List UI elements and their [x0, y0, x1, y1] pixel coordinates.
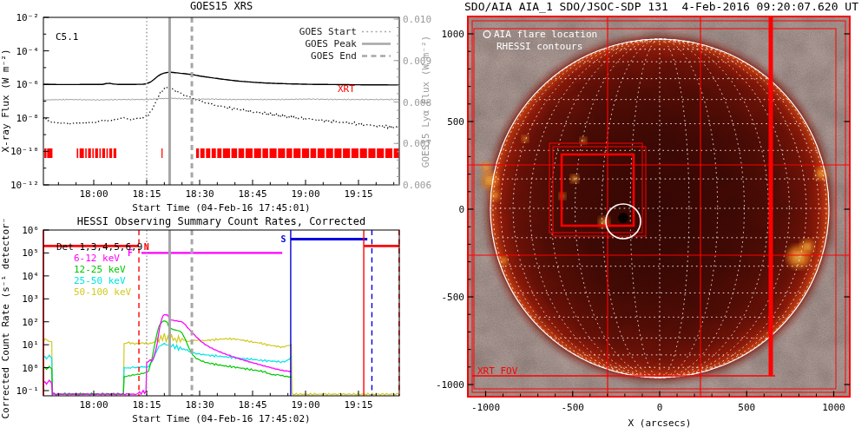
xrt-flag-barcode	[88, 148, 90, 158]
sun-image-art	[468, 16, 850, 397]
sun-x-tick-label: -1000	[471, 402, 500, 413]
xrt-flag-barcode	[343, 148, 350, 158]
xrt-flag-barcode	[76, 148, 78, 158]
goes-flare-class-label: C5.1	[56, 31, 79, 43]
xrt-flag-barcode	[385, 148, 392, 158]
y-tick-label: 10⁻⁸	[16, 113, 40, 124]
xrt-flag-barcode	[302, 148, 309, 158]
hessi-title: HESSI Observing Summary Count Rates, Cor…	[77, 217, 365, 227]
xrt-flag-barcode	[262, 148, 268, 158]
sun-legend-flare-location: AIA flare location	[494, 29, 597, 40]
sun-y-tick-label: 1000	[442, 29, 465, 40]
hessi-legend-detectors: Det 1,3,4,5,6,9	[56, 241, 142, 253]
sun-x-tick-label: -500	[562, 402, 585, 413]
xrt-flag-barcode	[95, 148, 98, 158]
hessi-series-25-50-kev	[43, 344, 291, 396]
goes-xaxis-label: Start Time (04-Feb-16 17:45:01)	[132, 202, 310, 214]
xrt-flag-barcode	[352, 148, 358, 158]
y-tick-label: 10⁰	[22, 363, 39, 374]
xrt-flag-barcode	[278, 148, 285, 158]
flare-dark-core	[618, 213, 628, 223]
xrt-flag-barcode	[293, 148, 300, 158]
xrt-flag-barcode	[161, 148, 162, 158]
xrt-flag-barcode	[254, 148, 261, 158]
xrt-flag-barcode	[246, 148, 253, 158]
xrt-flag-barcode	[270, 148, 277, 158]
hessi-xaxis-label: Start Time (04-Feb-16 17:45:02)	[132, 413, 310, 424]
hessi-legend-6-12-kev: 6-12 keV	[74, 253, 120, 264]
y-tick-label: 10⁻⁶	[16, 79, 40, 90]
hessi-marker-n: N	[144, 242, 149, 252]
y-tick-label: 10⁻¹²	[10, 180, 39, 191]
y-tick-label: 10¹	[22, 339, 39, 351]
y-tick-label: 10⁻¹⁰	[10, 146, 39, 157]
y-tick-label: 10²	[22, 317, 39, 328]
x-tick-label: 18:30	[185, 399, 214, 411]
xrt-flag-barcode	[326, 148, 333, 158]
y-tick-label: 10⁶	[22, 225, 39, 236]
sun-y-tick-label: -1000	[436, 379, 464, 391]
sun-x-tick-label: 500	[738, 402, 755, 413]
xrt-flag-barcode	[232, 148, 238, 158]
x-tick-label: 19:00	[291, 399, 319, 411]
goes-y2axis-label: GOES15 Lyα Flux (W m⁻²)	[420, 36, 431, 168]
y-tick-label: 10⁴	[22, 271, 39, 282]
hessi-plot-dynamic: 18:0018:1518:3018:4519:0019:1510⁶10⁵10⁴1…	[16, 225, 400, 411]
xrt-flag-barcode	[47, 148, 52, 158]
sun-x-tick-label: 1000	[822, 402, 845, 413]
xrt-flag-barcode	[286, 148, 293, 158]
y-tick-label: 10⁻⁴	[16, 46, 40, 57]
x-tick-label: 18:00	[79, 399, 108, 411]
xrt-flag-barcode	[318, 148, 325, 158]
sdo-aia-image-panel: -1000-5000500100010005000-500-1000 SDO/A…	[434, 0, 868, 434]
xrt-flag-barcode	[201, 148, 205, 158]
xrt-flag-barcode	[92, 148, 94, 158]
y-tick-label: 10³	[22, 293, 39, 305]
x-tick-label: 19:00	[291, 188, 319, 200]
hessi-series-12-25-kev	[43, 321, 291, 396]
xrt-flag-barcode	[334, 148, 341, 158]
xrt-flag-barcode	[223, 148, 230, 158]
xrt-flag-barcode	[217, 148, 221, 158]
xrt-flag-barcode	[114, 148, 116, 158]
sun-xaxis-label: X (arcsecs)	[628, 418, 692, 429]
y-tick-label: 10⁻¹	[16, 385, 40, 397]
x-tick-label: 18:45	[238, 399, 266, 411]
hessi-marker-s: S	[281, 234, 286, 244]
xrt-flag-barcode	[102, 148, 105, 158]
sun-legend-rhessi-contours: RHESSI contours	[496, 41, 582, 52]
goes-title: GOES15 XRS	[190, 0, 253, 12]
goes-xrt-flag-label: XRT	[338, 83, 355, 95]
xrt-flag-barcode	[107, 148, 108, 158]
xrt-fov-label: XRT FOV	[477, 365, 518, 377]
x-tick-label: 19:15	[344, 188, 372, 200]
hessi-count-rate-plot: 18:0018:1518:3018:4519:0019:1510⁶10⁵10⁴1…	[0, 217, 434, 434]
x-tick-label: 18:30	[185, 188, 214, 200]
xrt-flag-barcode	[196, 148, 199, 158]
xrt-flag-barcode	[109, 148, 112, 158]
xrt-flag-barcode	[80, 148, 84, 158]
goes-xrs-plot: 18:0018:1518:3018:4519:0019:1510⁻²10⁻⁴10…	[0, 0, 434, 217]
goes-legend-label: GOES End	[311, 50, 357, 62]
hessi-series-50-100-kev	[43, 333, 398, 395]
y2-tick-label: 0.006	[403, 180, 431, 191]
xrt-flag-barcode	[212, 148, 216, 158]
sun-y-tick-label: 500	[447, 116, 464, 128]
sun-title: SDO/AIA AIA_1 SDO/JSOC-SDP 131 4-Feb-201…	[464, 0, 858, 13]
goes-legend-label: GOES Start	[299, 26, 357, 37]
xrt-flag-barcode	[360, 148, 367, 158]
y-tick-label: 10⁵	[22, 247, 39, 259]
sun-x-tick-label: 0	[657, 402, 663, 413]
hessi-yaxis-label: Corrected Count Rate (s⁻¹ detector⁻¹)	[0, 217, 11, 419]
goes-series-goes15-lya	[43, 98, 399, 101]
hessi-legend-25-50-kev: 25-50 keV	[74, 275, 126, 286]
hessi-legend-12-25-kev: 12-25 keV	[74, 264, 126, 275]
hessi-series-6-12-kev	[43, 314, 291, 394]
y-tick-label: 10⁻²	[16, 12, 40, 23]
xrt-flag-barcode	[311, 148, 317, 158]
x-tick-label: 18:00	[79, 188, 108, 200]
thick-red-vertical-line	[769, 16, 773, 376]
rhessi-browser-screenshot: 18:0018:1518:3018:4519:0019:1510⁻²10⁻⁴10…	[0, 0, 868, 434]
hessi-legend-50-100-kev: 50-100 keV	[74, 286, 132, 298]
xrt-flag-barcode	[368, 148, 375, 158]
